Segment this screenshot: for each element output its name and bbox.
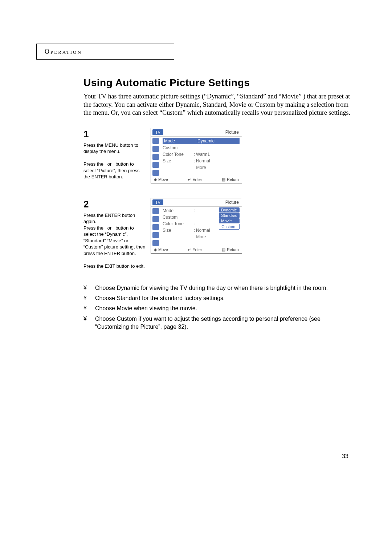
step-1-text: Press the MENU button to display the men… <box>83 142 147 180</box>
input-icon <box>152 170 159 176</box>
bullet-text: Choose Movie when viewing the movie. <box>95 304 197 312</box>
move-icon: ◆ <box>154 247 157 252</box>
osd-title: Picture <box>225 130 239 135</box>
picture-icon <box>152 138 159 144</box>
osd-sidebar-icons <box>151 137 160 176</box>
step-1-number: 1 <box>83 128 147 141</box>
bullet-symbol: ¥ <box>83 304 95 312</box>
step-2-number: 2 <box>83 198 147 211</box>
osd-tv-badge: TV <box>152 199 163 205</box>
bullet-symbol: ¥ <box>83 294 95 302</box>
sound-icon <box>152 146 159 152</box>
dropdown-option-standard: Standard <box>219 213 240 218</box>
bullet-item: ¥ Choose Standard for the standard facto… <box>83 294 356 302</box>
osd-title: Picture <box>225 200 239 205</box>
setup-icon <box>152 232 159 238</box>
sound-icon <box>152 216 159 222</box>
section-label-box: Operation <box>36 44 174 60</box>
step-1: 1 Press the MENU button to display the m… <box>83 128 356 183</box>
setup-icon <box>152 162 159 168</box>
section-label: Operation <box>45 48 82 56</box>
dropdown-option-movie: Movie <box>219 218 240 223</box>
intro-paragraph: Your TV has three automatic picture sett… <box>83 92 356 117</box>
step-2: 2 Press the ENTER button again. Press th… <box>83 198 356 270</box>
bullet-symbol: ¥ <box>83 315 95 331</box>
bullet-item: ¥ Choose Dynamic for viewing the TV duri… <box>83 284 356 292</box>
dropdown-option-dynamic: Dynamic <box>219 207 240 213</box>
bullet-text: Choose Custom if you want to adjust the … <box>95 315 356 331</box>
osd-footer: ◆Move ↵Enter ▤Return <box>151 246 242 253</box>
return-icon: ▤ <box>222 247 225 252</box>
mode-dropdown: Dynamic Standard Movie Custom <box>219 207 240 230</box>
move-icon: ◆ <box>154 177 157 182</box>
bullet-text: Choose Dynamic for viewing the TV during… <box>95 284 328 292</box>
return-icon: ▤ <box>222 177 225 182</box>
osd-screenshot-2: TV Picture Mode : <box>151 198 242 254</box>
osd-row-custom: Custom <box>163 145 240 151</box>
osd-row-size: Size : Normal <box>163 158 240 164</box>
picture-icon <box>152 208 159 214</box>
osd-tv-badge: TV <box>152 129 163 135</box>
osd-row-mode: Mode : Dynamic <box>163 138 240 144</box>
channel-icon <box>152 224 159 230</box>
osd-sidebar-icons <box>151 207 160 246</box>
osd-row-more: More <box>163 234 240 240</box>
bullet-symbol: ¥ <box>83 284 95 292</box>
channel-icon <box>152 154 159 160</box>
bullet-item: ¥ Choose Movie when viewing the movie. <box>83 304 356 312</box>
step-2-text: Press the ENTER button again. Press the … <box>83 212 147 270</box>
input-icon <box>152 240 159 246</box>
osd-screenshot-1: TV Picture Mode : D <box>151 128 242 183</box>
bullet-item: ¥ Choose Custom if you want to adjust th… <box>83 315 356 331</box>
osd-footer: ◆Move ↵Enter ▤Return <box>151 176 242 183</box>
bullet-text: Choose Standard for the standard factory… <box>95 294 225 302</box>
osd-row-colortone: Color Tone : Warm1 <box>163 151 240 158</box>
enter-icon: ↵ <box>188 247 191 252</box>
page-title: Using Automatic Picture Settings <box>83 77 356 89</box>
osd-row-more: More <box>163 164 240 171</box>
enter-icon: ↵ <box>188 177 191 182</box>
bullet-list: ¥ Choose Dynamic for viewing the TV duri… <box>83 284 356 331</box>
page-number: 33 <box>342 453 348 460</box>
dropdown-option-custom: Custom <box>219 224 240 230</box>
